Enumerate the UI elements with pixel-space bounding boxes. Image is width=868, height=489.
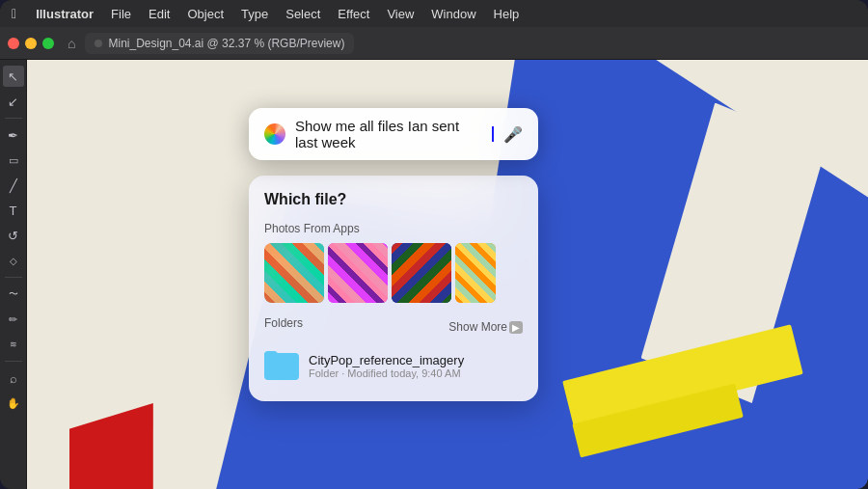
menu-window[interactable]: Window [431,7,475,21]
menu-view[interactable]: View [387,7,414,21]
folder-name: CityPop_reference_imagery [309,353,523,367]
photos-section-label: Photos From Apps [264,222,523,235]
tab-label: Mini_Design_04.ai @ 32.37 % (RGB/Preview… [108,37,344,50]
minimize-button[interactable] [25,38,37,49]
photo-thumb-4[interactable] [455,243,496,303]
which-file-title: Which file? [264,191,523,208]
type-tool[interactable]: T [3,200,24,221]
folders-header: Folders Show More ▶ [264,316,523,338]
traffic-lights [8,38,54,49]
select-tool[interactable]: ↖ [3,66,24,87]
tool-divider-1 [5,118,22,119]
close-button[interactable] [8,38,19,49]
show-more-label: Show More [448,320,507,334]
photos-grid [264,243,523,303]
rectangle-tool[interactable]: ▭ [3,149,24,171]
menu-effect[interactable]: Effect [338,7,369,21]
text-cursor [492,126,494,142]
folder-info: CityPop_reference_imagery Folder · Modif… [309,353,523,379]
menu-app-name[interactable]: Illustrator [36,7,94,21]
direct-select-tool[interactable]: ↙ [3,91,24,112]
pen-tool[interactable]: ✒ [3,124,24,146]
rotate-tool[interactable]: ↺ [3,225,24,246]
menu-select[interactable]: Select [285,7,320,21]
zoom-tool[interactable]: ⌕ [3,367,24,389]
app-container: ↖ ↙ ✒ ▭ ╱ T ↺ ◇ 〜 ✏ ≋ ⌕ ✋ [0,60,868,489]
folder-meta: Folder · Modified today, 9:40 AM [309,367,523,379]
warp-tool[interactable]: 〜 [3,284,24,305]
left-toolbar: ↖ ↙ ✒ ▭ ╱ T ↺ ◇ 〜 ✏ ≋ ⌕ ✋ [0,60,27,489]
menu-help[interactable]: Help [494,7,520,21]
maximize-button[interactable] [42,38,54,49]
tool-divider-3 [5,361,22,362]
photo-thumb-3[interactable] [392,243,451,303]
screen-wrapper:  Illustrator File Edit Object Type Sele… [0,0,868,489]
apple-logo-icon[interactable]:  [12,6,16,21]
menu-edit[interactable]: Edit [149,7,170,21]
siri-overlay: Show me all files Ian sent last week 🎤 [249,108,538,160]
line-tool[interactable]: ╱ [3,175,24,196]
hand-tool[interactable]: ✋ [3,393,24,414]
photo-thumb-1[interactable] [264,243,324,303]
show-more-button[interactable]: Show More ▶ [448,320,523,334]
pencil-tool[interactable]: ✏ [3,309,24,330]
folders-section-label: Folders [264,316,303,330]
tool-divider-2 [5,277,22,278]
siri-search-bar[interactable]: Show me all files Ian sent last week 🎤 [249,108,538,160]
tab-bar: ⌂ Mini_Design_04.ai @ 32.37 % (RGB/Previ… [0,27,868,60]
tab-dot-icon [95,40,102,47]
siri-search-text[interactable]: Show me all files Ian sent last week [295,118,481,150]
photo-thumb-2[interactable] [328,243,388,303]
which-file-panel: Which file? Photos From Apps Folders Sho… [249,176,538,401]
home-icon[interactable]: ⌂ [68,36,75,51]
menu-object[interactable]: Object [187,7,224,21]
microphone-icon[interactable]: 🎤 [503,125,523,144]
menu-type[interactable]: Type [241,7,268,21]
show-more-arrow-icon: ▶ [509,321,523,334]
canvas-area: Show me all files Ian sent last week 🎤 W… [27,60,868,489]
blend-tool[interactable]: ≋ [3,334,24,355]
menu-bar:  Illustrator File Edit Object Type Sele… [0,0,868,27]
document-tab[interactable]: Mini_Design_04.ai @ 32.37 % (RGB/Preview… [85,33,354,54]
folder-icon [264,351,299,380]
siri-icon [264,123,285,145]
folder-body [264,353,299,380]
shape-builder-tool[interactable]: ◇ [3,250,24,271]
folder-item[interactable]: CityPop_reference_imagery Folder · Modif… [264,345,523,386]
menu-file[interactable]: File [111,7,131,21]
